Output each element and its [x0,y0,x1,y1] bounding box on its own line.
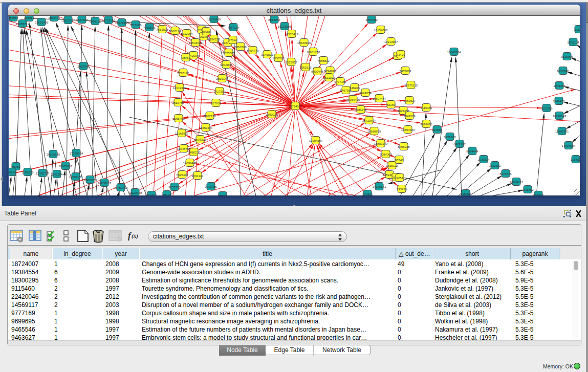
svg-text:3624554: 3624554 [359,92,372,95]
svg-text:2718176: 2718176 [177,72,189,75]
svg-text:2867608: 2867608 [234,46,247,49]
svg-text:10607487: 10607487 [373,97,386,100]
svg-text:19166827: 19166827 [175,132,189,135]
svg-text:14055712: 14055712 [16,23,30,26]
svg-text:9146821: 9146821 [261,53,273,56]
svg-text:10719155: 10719155 [102,19,116,22]
svg-text:7625402: 7625402 [176,173,188,177]
svg-text:9084067: 9084067 [380,153,392,156]
svg-text:8215955: 8215955 [540,107,553,110]
svg-text:11353394: 11353394 [199,126,213,129]
svg-text:9699695: 9699695 [420,123,432,126]
svg-text:1209387: 1209387 [553,84,565,87]
svg-text:1527602: 1527602 [76,18,88,21]
svg-text:3427552: 3427552 [213,90,226,93]
svg-text:9660124: 9660124 [169,30,181,33]
svg-text:817006: 817006 [211,102,222,105]
svg-text:20364436: 20364436 [346,98,360,101]
svg-text:116753: 116753 [571,158,580,161]
svg-text:1691144: 1691144 [192,174,204,178]
svg-text:3875685: 3875685 [223,52,235,55]
svg-text:7663822: 7663822 [156,28,168,31]
svg-text:14099488: 14099488 [183,162,197,165]
svg-text:77120: 77120 [219,194,227,196]
svg-text:9115460: 9115460 [421,106,433,110]
svg-text:12213389: 12213389 [173,86,187,90]
svg-text:2803144: 2803144 [216,77,228,80]
svg-text:8912954: 8912954 [181,32,193,35]
svg-text:16782759: 16782759 [114,186,128,189]
svg-text:10958107: 10958107 [98,182,112,185]
svg-text:9463627: 9463627 [403,99,416,102]
svg-text:7485063: 7485063 [399,70,411,73]
svg-text:733426: 733426 [397,188,407,191]
svg-text:16154808: 16154808 [374,29,388,32]
svg-text:10688609: 10688609 [367,130,381,133]
svg-text:1890029: 1890029 [266,113,278,116]
svg-text:236914: 236914 [24,16,35,19]
svg-text:904417: 904417 [146,194,157,196]
svg-text:1156829: 1156829 [22,171,34,174]
svg-text:8471676: 8471676 [499,172,512,176]
svg-text:9657771: 9657771 [168,186,181,189]
svg-text:16671355: 16671355 [115,21,129,25]
svg-text:(x): (x) [132,233,138,239]
svg-text:1621022: 1621022 [323,76,335,79]
svg-text:973314: 973314 [533,194,544,196]
svg-text:1575104: 1575104 [567,41,579,44]
svg-text:1145194: 1145194 [51,173,63,176]
svg-text:8756928: 8756928 [398,145,410,148]
svg-text:1810755: 1810755 [172,101,184,104]
svg-text:16543342: 16543342 [189,41,203,45]
svg-text:12505135: 12505135 [69,176,83,179]
svg-text:12923448: 12923448 [128,191,142,194]
svg-text:18640910: 18640910 [297,41,311,45]
svg-text:18724007: 18724007 [289,105,302,108]
svg-text:7857224: 7857224 [227,26,239,29]
svg-text:16961758: 16961758 [307,51,320,54]
svg-text:19384554: 19384554 [309,139,323,142]
svg-text:17359924: 17359924 [70,152,83,155]
svg-text:98961: 98961 [182,56,190,59]
svg-text:9129906: 9129906 [561,55,573,58]
svg-text:95746: 95746 [395,159,404,162]
svg-text:1949579: 1949579 [403,115,416,118]
svg-text:7515526: 7515526 [129,24,142,27]
svg-text:85051: 85051 [12,165,20,168]
svg-text:19654923: 19654923 [401,128,415,132]
svg-text:23691406: 23691406 [35,21,49,24]
svg-text:7955812: 7955812 [317,59,330,62]
svg-text:16033809: 16033809 [207,18,221,21]
svg-text:9245652: 9245652 [521,188,534,191]
svg-text:8322037: 8322037 [285,61,297,64]
svg-text:6966160: 6966160 [89,20,101,23]
svg-text:10046758: 10046758 [177,147,191,150]
svg-text:8454749: 8454749 [247,49,259,52]
svg-text:245052: 245052 [461,192,471,195]
svg-text:1965493: 1965493 [172,117,185,120]
svg-text:88122: 88122 [163,193,171,196]
svg-text:73493: 73493 [397,53,405,56]
svg-text:8938923: 8938923 [444,136,456,139]
svg-text:164095: 164095 [432,128,443,132]
svg-text:15692971: 15692971 [555,130,569,133]
svg-text:12975115: 12975115 [404,84,418,87]
svg-text:7986372: 7986372 [355,108,367,112]
svg-text:10654112: 10654112 [510,181,524,184]
svg-text:36275: 36275 [200,35,208,38]
svg-text:1498222: 1498222 [188,151,200,154]
svg-text:11325419: 11325419 [285,33,299,36]
svg-text:8267130: 8267130 [204,115,216,118]
svg-text:2935114: 2935114 [478,158,490,161]
svg-text:2887682: 2887682 [365,18,378,21]
svg-text:16648784: 16648784 [447,51,461,54]
svg-text:62160: 62160 [387,103,396,106]
svg-text:18807249: 18807249 [374,142,388,145]
svg-text:9474444: 9474444 [466,150,478,153]
svg-text:7515526: 7515526 [143,26,156,29]
svg-text:9227342: 9227342 [557,70,569,73]
svg-text:11123: 11123 [575,28,580,31]
svg-text:10653257: 10653257 [61,19,75,22]
svg-text:15720407: 15720407 [362,119,376,122]
svg-text:8678332: 8678332 [194,138,206,141]
